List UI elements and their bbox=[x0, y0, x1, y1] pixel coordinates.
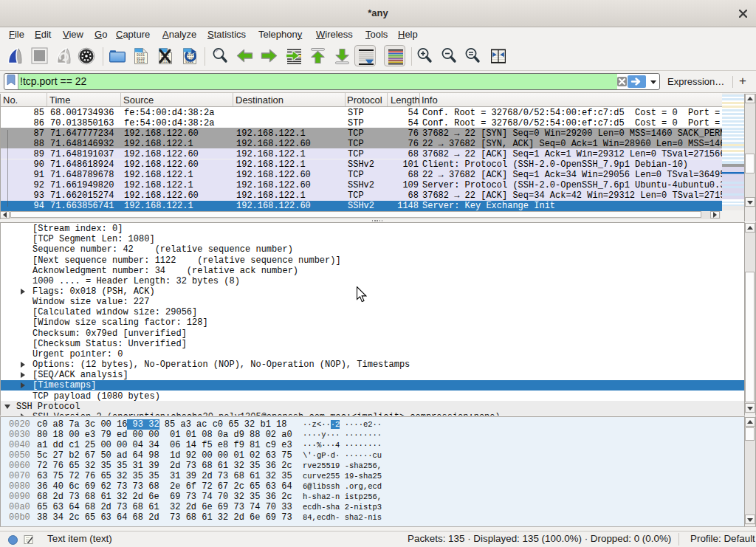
svg-text:0111: 0111 bbox=[137, 60, 145, 63]
